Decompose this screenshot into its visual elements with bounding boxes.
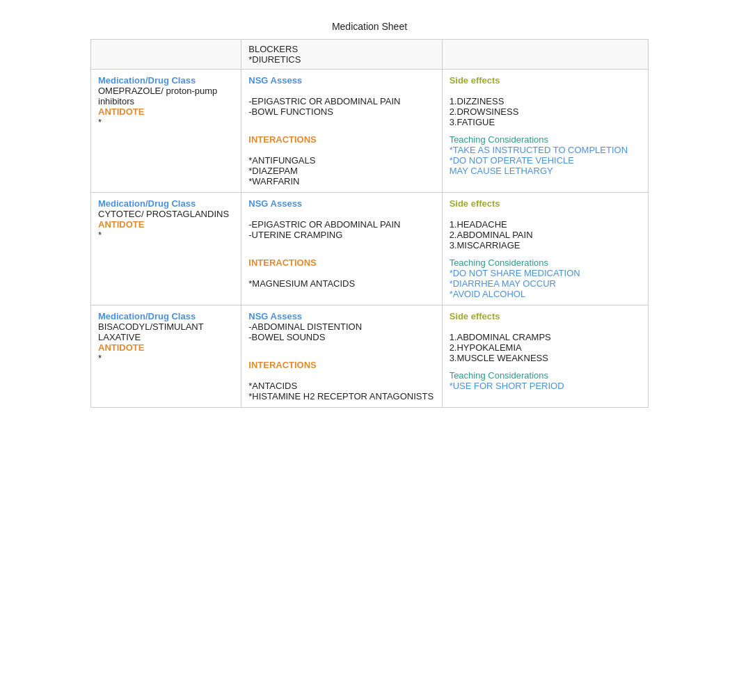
nsg-cell-2: NSG Assess -EPIGASTRIC OR ABDOMINAL PAIN… (241, 193, 442, 305)
drug-cell-3: Medication/Drug Class BISACODYL/STIMULAN… (91, 305, 241, 408)
teaching-label-1: Teaching Considerations (450, 134, 641, 145)
drug-name-1: OMEPRAZOLE/ proton-pump inhibitors (98, 86, 217, 106)
teaching-items-2: *DO NOT SHARE MEDICATION*DIARRHEA MAY OC… (450, 268, 580, 299)
drug-class-label-3: Medication/Drug Class (98, 311, 196, 321)
interactions-1: *ANTIFUNGALS*DIAZEPAM*WARFARIN (248, 155, 315, 186)
nsg-label-1: NSG Assess (248, 75, 302, 86)
teaching-label-2: Teaching Considerations (450, 257, 641, 268)
teaching-items-3: *USE FOR SHORT PERIOD (450, 381, 564, 391)
table-row: Medication/Drug Class OMEPRAZOLE/ proton… (91, 70, 649, 193)
top-row-side (442, 40, 648, 70)
top-row-text: BLOCKERS*DIURETICS (248, 44, 301, 65)
top-row-drug (91, 40, 241, 70)
nsg-label-3: NSG Assess (248, 311, 302, 321)
drug-name-3: BISACODYL/STIMULANT LAXATIVE (98, 321, 203, 342)
nsg-assess-1: -EPIGASTRIC OR ABDOMINAL PAIN-BOWL FUNCT… (248, 96, 400, 117)
interactions-label-3: INTERACTIONS (248, 360, 434, 370)
table-row: Medication/Drug Class BISACODYL/STIMULAN… (91, 305, 649, 408)
page-title: Medication Sheet (90, 21, 649, 32)
top-row: BLOCKERS*DIURETICS (91, 40, 649, 70)
side-effects-3: 1.ABDOMINAL CRAMPS2.HYPOKALEMIA3.MUSCLE … (450, 332, 551, 363)
nsg-assess-3: -ABDOMINAL DISTENTION-BOWEL SOUNDS (248, 321, 362, 342)
antidote-value-1: * (98, 117, 102, 127)
nsg-label-2: NSG Assess (248, 198, 302, 209)
drug-class-label-2: Medication/Drug Class (98, 198, 196, 209)
drug-name-2: CYTOTEC/ PROSTAGLANDINS (98, 209, 229, 219)
side-cell-1: Side effects 1.DIZZINESS2.DROWSINESS3.FA… (442, 70, 648, 193)
interactions-label-1: INTERACTIONS (248, 134, 434, 145)
side-label-1: Side effects (450, 75, 500, 86)
side-effects-2: 1.HEADACHE2.ABDOMINAL PAIN3.MISCARRIAGE (450, 219, 533, 250)
table-row: Medication/Drug Class CYTOTEC/ PROSTAGLA… (91, 193, 649, 305)
interactions-label-2: INTERACTIONS (248, 257, 434, 268)
nsg-cell-1: NSG Assess -EPIGASTRIC OR ABDOMINAL PAIN… (241, 70, 442, 193)
interactions-2: *MAGNESIUM ANTACIDS (248, 278, 355, 289)
teaching-label-3: Teaching Considerations (450, 370, 641, 381)
interactions-3: *ANTACIDS*HISTAMINE H2 RECEPTOR ANTAGONI… (248, 381, 434, 401)
antidote-label-3: ANTIDOTE (98, 342, 144, 353)
side-cell-3: Side effects 1.ABDOMINAL CRAMPS2.HYPOKAL… (442, 305, 648, 408)
drug-cell-2: Medication/Drug Class CYTOTEC/ PROSTAGLA… (91, 193, 241, 305)
medication-table: BLOCKERS*DIURETICS Medication/Drug Class… (90, 39, 649, 408)
antidote-label-2: ANTIDOTE (98, 219, 144, 230)
side-label-2: Side effects (450, 198, 500, 209)
teaching-items-1: *TAKE AS INSTRUCTED TO COMPLETION*DO NOT… (450, 145, 628, 176)
top-row-nsg: BLOCKERS*DIURETICS (241, 40, 442, 70)
drug-cell-1: Medication/Drug Class OMEPRAZOLE/ proton… (91, 70, 241, 193)
side-label-3: Side effects (450, 311, 500, 321)
page: Medication Sheet BLOCKERS*DIURETICS Medi… (0, 0, 739, 700)
antidote-value-2: * (98, 230, 102, 240)
drug-class-label-1: Medication/Drug Class (98, 75, 196, 86)
side-cell-2: Side effects 1.HEADACHE2.ABDOMINAL PAIN3… (442, 193, 648, 305)
nsg-assess-2: -EPIGASTRIC OR ABDOMINAL PAIN-UTERINE CR… (248, 219, 400, 240)
nsg-cell-3: NSG Assess -ABDOMINAL DISTENTION-BOWEL S… (241, 305, 442, 408)
side-effects-1: 1.DIZZINESS2.DROWSINESS3.FATIGUE (450, 96, 519, 127)
antidote-label-1: ANTIDOTE (98, 106, 144, 117)
antidote-value-3: * (98, 353, 102, 363)
